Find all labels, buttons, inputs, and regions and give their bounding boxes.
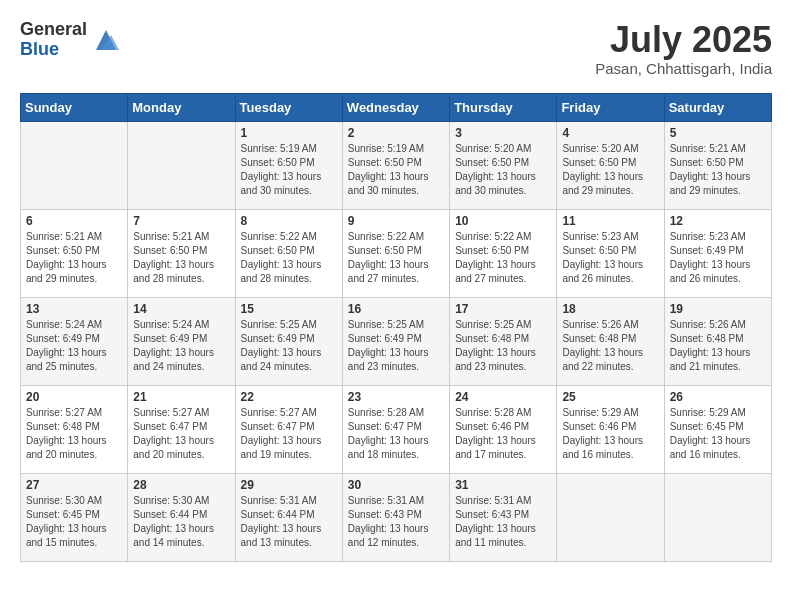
calendar-cell: [128, 121, 235, 209]
day-info: Sunrise: 5:19 AM Sunset: 6:50 PM Dayligh…: [348, 142, 444, 198]
day-info: Sunrise: 5:29 AM Sunset: 6:45 PM Dayligh…: [670, 406, 766, 462]
day-number: 28: [133, 478, 229, 492]
day-number: 11: [562, 214, 658, 228]
calendar-cell: 1Sunrise: 5:19 AM Sunset: 6:50 PM Daylig…: [235, 121, 342, 209]
day-number: 2: [348, 126, 444, 140]
weekday-header-monday: Monday: [128, 93, 235, 121]
calendar-cell: 31Sunrise: 5:31 AM Sunset: 6:43 PM Dayli…: [450, 473, 557, 561]
calendar-cell: 17Sunrise: 5:25 AM Sunset: 6:48 PM Dayli…: [450, 297, 557, 385]
weekday-header-friday: Friday: [557, 93, 664, 121]
location-subtitle: Pasan, Chhattisgarh, India: [595, 60, 772, 77]
logo-general-text: General: [20, 20, 87, 40]
calendar-cell: [21, 121, 128, 209]
weekday-header-thursday: Thursday: [450, 93, 557, 121]
calendar-cell: 9Sunrise: 5:22 AM Sunset: 6:50 PM Daylig…: [342, 209, 449, 297]
day-info: Sunrise: 5:23 AM Sunset: 6:49 PM Dayligh…: [670, 230, 766, 286]
weekday-header-row: SundayMondayTuesdayWednesdayThursdayFrid…: [21, 93, 772, 121]
day-info: Sunrise: 5:31 AM Sunset: 6:43 PM Dayligh…: [455, 494, 551, 550]
title-block: July 2025 Pasan, Chhattisgarh, India: [595, 20, 772, 77]
calendar-cell: 25Sunrise: 5:29 AM Sunset: 6:46 PM Dayli…: [557, 385, 664, 473]
calendar-week-row: 27Sunrise: 5:30 AM Sunset: 6:45 PM Dayli…: [21, 473, 772, 561]
calendar-cell: 2Sunrise: 5:19 AM Sunset: 6:50 PM Daylig…: [342, 121, 449, 209]
day-info: Sunrise: 5:21 AM Sunset: 6:50 PM Dayligh…: [670, 142, 766, 198]
day-number: 14: [133, 302, 229, 316]
day-number: 7: [133, 214, 229, 228]
calendar-week-row: 20Sunrise: 5:27 AM Sunset: 6:48 PM Dayli…: [21, 385, 772, 473]
calendar-cell: [664, 473, 771, 561]
day-number: 13: [26, 302, 122, 316]
day-info: Sunrise: 5:24 AM Sunset: 6:49 PM Dayligh…: [133, 318, 229, 374]
day-info: Sunrise: 5:25 AM Sunset: 6:49 PM Dayligh…: [241, 318, 337, 374]
calendar-cell: [557, 473, 664, 561]
calendar-cell: 23Sunrise: 5:28 AM Sunset: 6:47 PM Dayli…: [342, 385, 449, 473]
day-info: Sunrise: 5:21 AM Sunset: 6:50 PM Dayligh…: [133, 230, 229, 286]
weekday-header-saturday: Saturday: [664, 93, 771, 121]
calendar-cell: 11Sunrise: 5:23 AM Sunset: 6:50 PM Dayli…: [557, 209, 664, 297]
day-number: 8: [241, 214, 337, 228]
day-info: Sunrise: 5:27 AM Sunset: 6:47 PM Dayligh…: [241, 406, 337, 462]
day-number: 21: [133, 390, 229, 404]
day-number: 4: [562, 126, 658, 140]
day-info: Sunrise: 5:26 AM Sunset: 6:48 PM Dayligh…: [670, 318, 766, 374]
calendar-cell: 6Sunrise: 5:21 AM Sunset: 6:50 PM Daylig…: [21, 209, 128, 297]
day-number: 3: [455, 126, 551, 140]
day-info: Sunrise: 5:29 AM Sunset: 6:46 PM Dayligh…: [562, 406, 658, 462]
day-info: Sunrise: 5:28 AM Sunset: 6:46 PM Dayligh…: [455, 406, 551, 462]
day-number: 30: [348, 478, 444, 492]
day-number: 19: [670, 302, 766, 316]
day-number: 24: [455, 390, 551, 404]
calendar-cell: 16Sunrise: 5:25 AM Sunset: 6:49 PM Dayli…: [342, 297, 449, 385]
logo-icon: [91, 25, 121, 55]
calendar-cell: 19Sunrise: 5:26 AM Sunset: 6:48 PM Dayli…: [664, 297, 771, 385]
day-number: 29: [241, 478, 337, 492]
day-number: 10: [455, 214, 551, 228]
calendar-cell: 21Sunrise: 5:27 AM Sunset: 6:47 PM Dayli…: [128, 385, 235, 473]
calendar-cell: 5Sunrise: 5:21 AM Sunset: 6:50 PM Daylig…: [664, 121, 771, 209]
day-number: 27: [26, 478, 122, 492]
day-info: Sunrise: 5:20 AM Sunset: 6:50 PM Dayligh…: [455, 142, 551, 198]
day-info: Sunrise: 5:27 AM Sunset: 6:48 PM Dayligh…: [26, 406, 122, 462]
day-info: Sunrise: 5:24 AM Sunset: 6:49 PM Dayligh…: [26, 318, 122, 374]
calendar-cell: 26Sunrise: 5:29 AM Sunset: 6:45 PM Dayli…: [664, 385, 771, 473]
day-number: 31: [455, 478, 551, 492]
day-info: Sunrise: 5:21 AM Sunset: 6:50 PM Dayligh…: [26, 230, 122, 286]
day-number: 9: [348, 214, 444, 228]
day-number: 15: [241, 302, 337, 316]
day-info: Sunrise: 5:25 AM Sunset: 6:49 PM Dayligh…: [348, 318, 444, 374]
day-number: 20: [26, 390, 122, 404]
day-info: Sunrise: 5:31 AM Sunset: 6:43 PM Dayligh…: [348, 494, 444, 550]
day-number: 18: [562, 302, 658, 316]
day-info: Sunrise: 5:20 AM Sunset: 6:50 PM Dayligh…: [562, 142, 658, 198]
logo-blue-text: Blue: [20, 40, 87, 60]
calendar-cell: 14Sunrise: 5:24 AM Sunset: 6:49 PM Dayli…: [128, 297, 235, 385]
day-number: 25: [562, 390, 658, 404]
day-number: 17: [455, 302, 551, 316]
day-info: Sunrise: 5:22 AM Sunset: 6:50 PM Dayligh…: [455, 230, 551, 286]
calendar-cell: 18Sunrise: 5:26 AM Sunset: 6:48 PM Dayli…: [557, 297, 664, 385]
day-number: 22: [241, 390, 337, 404]
day-number: 5: [670, 126, 766, 140]
day-info: Sunrise: 5:23 AM Sunset: 6:50 PM Dayligh…: [562, 230, 658, 286]
calendar-cell: 29Sunrise: 5:31 AM Sunset: 6:44 PM Dayli…: [235, 473, 342, 561]
day-number: 23: [348, 390, 444, 404]
calendar-cell: 30Sunrise: 5:31 AM Sunset: 6:43 PM Dayli…: [342, 473, 449, 561]
day-number: 6: [26, 214, 122, 228]
calendar-cell: 10Sunrise: 5:22 AM Sunset: 6:50 PM Dayli…: [450, 209, 557, 297]
day-info: Sunrise: 5:30 AM Sunset: 6:45 PM Dayligh…: [26, 494, 122, 550]
month-year-title: July 2025: [595, 20, 772, 60]
day-info: Sunrise: 5:25 AM Sunset: 6:48 PM Dayligh…: [455, 318, 551, 374]
logo: General Blue: [20, 20, 121, 60]
weekday-header-tuesday: Tuesday: [235, 93, 342, 121]
calendar-cell: 20Sunrise: 5:27 AM Sunset: 6:48 PM Dayli…: [21, 385, 128, 473]
calendar-cell: 22Sunrise: 5:27 AM Sunset: 6:47 PM Dayli…: [235, 385, 342, 473]
day-info: Sunrise: 5:19 AM Sunset: 6:50 PM Dayligh…: [241, 142, 337, 198]
calendar-cell: 15Sunrise: 5:25 AM Sunset: 6:49 PM Dayli…: [235, 297, 342, 385]
calendar-week-row: 13Sunrise: 5:24 AM Sunset: 6:49 PM Dayli…: [21, 297, 772, 385]
calendar-week-row: 1Sunrise: 5:19 AM Sunset: 6:50 PM Daylig…: [21, 121, 772, 209]
day-info: Sunrise: 5:30 AM Sunset: 6:44 PM Dayligh…: [133, 494, 229, 550]
calendar-cell: 13Sunrise: 5:24 AM Sunset: 6:49 PM Dayli…: [21, 297, 128, 385]
calendar-cell: 4Sunrise: 5:20 AM Sunset: 6:50 PM Daylig…: [557, 121, 664, 209]
calendar-cell: 8Sunrise: 5:22 AM Sunset: 6:50 PM Daylig…: [235, 209, 342, 297]
day-number: 16: [348, 302, 444, 316]
calendar-week-row: 6Sunrise: 5:21 AM Sunset: 6:50 PM Daylig…: [21, 209, 772, 297]
